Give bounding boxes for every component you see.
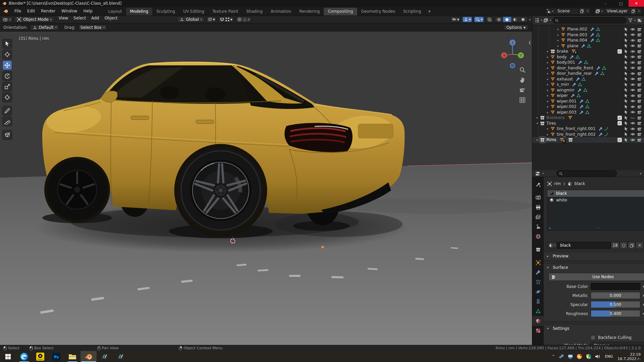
scene-unlink-button[interactable]: ✕ — [585, 8, 590, 14]
proportional-edit-group[interactable]: ▾ — [236, 16, 251, 22]
language-indicator[interactable]: ENG — [605, 354, 613, 359]
camera-icon[interactable] — [637, 115, 642, 120]
expand-icon[interactable]: ▸ — [556, 32, 560, 38]
shading-popover-chevron[interactable]: ▾ — [529, 18, 531, 21]
camera-icon[interactable] — [637, 43, 642, 48]
close-button[interactable]: ✕ — [629, 0, 644, 7]
collection-checkbox[interactable]: ✓ — [618, 121, 622, 125]
tab-modeling[interactable]: Modeling — [126, 8, 153, 15]
menu-edit[interactable]: Edit — [24, 7, 38, 15]
camera-icon[interactable] — [637, 121, 642, 126]
fake-user-button[interactable] — [620, 242, 628, 249]
eye-icon[interactable] — [630, 65, 635, 70]
selectable-icon[interactable] — [624, 121, 629, 126]
expand-icon[interactable]: ▸ — [556, 26, 560, 32]
overlays-toggle[interactable]: ▾ — [474, 16, 484, 22]
material-browse-dropdown[interactable]: ▾ — [547, 242, 557, 249]
camera-icon[interactable] — [637, 82, 642, 87]
eye-icon[interactable] — [630, 54, 635, 59]
outliner-row[interactable]: ▸Rims8✓ — [532, 137, 644, 143]
tab-uv-editing[interactable]: UV Editing — [179, 8, 208, 15]
eye-icon[interactable] — [630, 132, 635, 137]
pan-hand-icon[interactable] — [519, 76, 526, 83]
selectable-icon[interactable] — [624, 99, 629, 104]
tool-measure-button[interactable] — [2, 117, 12, 126]
tab-animation[interactable]: Animation — [267, 8, 295, 15]
tab-layout[interactable]: Layout — [104, 8, 126, 15]
expand-icon[interactable]: ▸ — [556, 43, 560, 49]
options-dropdown[interactable]: Options ▾ — [503, 24, 529, 31]
pivot-point-dropdown[interactable]: ▾ — [206, 16, 216, 22]
outliner-row[interactable]: ▸wiper — [532, 93, 644, 99]
tool-transform-button[interactable] — [2, 93, 12, 102]
tool-cursor-button[interactable] — [2, 50, 12, 59]
properties-tab-constraints[interactable] — [532, 297, 544, 306]
tool-addcube-button[interactable] — [2, 130, 12, 140]
taskbar-player[interactable]: Player — [32, 351, 48, 362]
viewport-menu-view[interactable]: View — [56, 16, 71, 23]
eye-icon[interactable] — [630, 104, 635, 109]
expand-icon[interactable]: ▸ — [545, 49, 550, 54]
tab-rendering[interactable]: Rendering — [295, 8, 324, 15]
expand-icon[interactable]: ▸ — [545, 54, 550, 60]
selectable-icon[interactable] — [624, 82, 629, 87]
selectable-icon[interactable] — [624, 65, 629, 70]
properties-search-input[interactable] — [556, 170, 617, 177]
tool-annotate-button[interactable] — [2, 106, 12, 116]
eye-icon[interactable] — [630, 32, 635, 37]
taskbar-emulator[interactable] — [113, 351, 129, 362]
expand-icon[interactable]: ▸ — [545, 82, 550, 87]
properties-tab-modifiers[interactable] — [532, 267, 544, 277]
outliner-row[interactable]: ▸body — [532, 54, 644, 60]
tab-sculpting[interactable]: Sculpting — [152, 8, 179, 15]
selectable-icon[interactable] — [624, 115, 629, 120]
taskbar-explorer[interactable] — [64, 351, 80, 362]
selectable-icon[interactable] — [624, 27, 629, 32]
zoom-icon[interactable] — [519, 66, 526, 73]
properties-tab-world[interactable] — [532, 232, 544, 241]
eye-icon[interactable] — [630, 76, 635, 81]
eye-icon[interactable] — [630, 49, 635, 54]
properties-tab-render[interactable] — [532, 193, 544, 202]
outliner-row[interactable]: ▸door_handle_front — [532, 65, 644, 71]
selectable-icon[interactable] — [624, 71, 629, 76]
camera-icon[interactable] — [637, 87, 642, 93]
eye-icon[interactable] — [630, 99, 635, 104]
scene-selector[interactable]: ▾ Scene ✕ — [545, 8, 591, 15]
tool-move-button[interactable] — [2, 60, 12, 70]
properties-tab-texture[interactable] — [532, 326, 544, 336]
viewport-menu-add[interactable]: Add — [89, 16, 102, 23]
eye-icon[interactable] — [630, 82, 635, 87]
properties-tab-material[interactable] — [532, 316, 544, 326]
tab-texture-paint[interactable]: Texture Paint — [208, 8, 242, 15]
tool-rotate-button[interactable] — [2, 71, 12, 81]
tool-orientation-dropdown[interactable]: Default ▾ — [30, 24, 59, 31]
xray-toggle[interactable] — [486, 16, 493, 22]
shading-solid-button[interactable] — [503, 17, 511, 22]
tab-scripting[interactable]: Scripting — [399, 8, 425, 15]
expand-icon[interactable]: ▸ — [556, 38, 560, 43]
camera-icon[interactable] — [637, 54, 642, 59]
outliner-row[interactable]: ▸tire_front_right.002 — [532, 132, 644, 137]
expand-icon[interactable]: ▸ — [545, 93, 550, 99]
outliner-row[interactable]: ▸wiper.002 — [532, 104, 644, 110]
material-slot-white[interactable]: white — [547, 197, 644, 203]
menu-help[interactable]: Help — [80, 7, 95, 15]
properties-tab-viewlayer[interactable] — [532, 212, 544, 222]
viewlayer-unlink-button[interactable]: ✕ — [636, 8, 642, 14]
settings-panel-header[interactable]: ▾ Settings ∷∷ — [544, 324, 644, 333]
tab-compositing[interactable]: Compositing — [324, 8, 357, 15]
selectable-icon[interactable] — [624, 126, 629, 131]
outliner-search-input[interactable] — [552, 17, 627, 23]
value-slider[interactable]: 0.500 — [591, 301, 640, 308]
expand-icon[interactable]: ▸ — [545, 110, 550, 115]
tool-scale-button[interactable] — [2, 82, 12, 92]
camera-icon[interactable] — [637, 132, 642, 137]
add-workspace-button[interactable]: + — [425, 8, 434, 15]
outliner-row[interactable]: ▸exhaust — [532, 76, 644, 82]
tool-tweak-button[interactable] — [2, 39, 12, 49]
expand-icon[interactable]: ▸ — [545, 99, 550, 104]
expand-icon[interactable]: ▸ — [545, 104, 550, 110]
outliner-row[interactable]: ▾Tires✓ — [532, 121, 644, 126]
properties-tab-scene[interactable] — [532, 222, 544, 232]
